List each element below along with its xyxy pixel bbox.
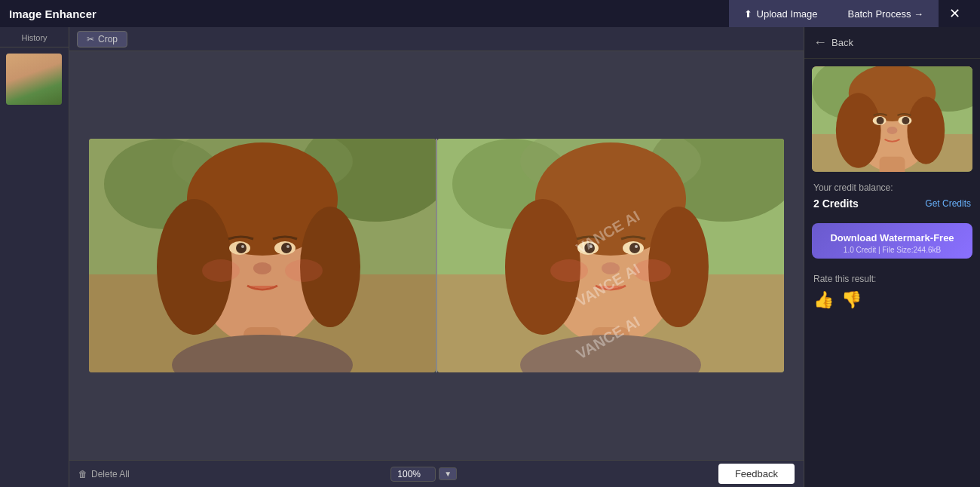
download-btn-title: Download Watermark-Free (819, 232, 965, 244)
svg-point-50 (836, 93, 881, 168)
svg-point-18 (285, 259, 323, 282)
comparison-container: VANCE AI VANCE AI VANCE AI (69, 51, 804, 460)
back-button[interactable]: ← (813, 35, 831, 51)
batch-process-button[interactable]: Batch Process → (833, 0, 939, 27)
image-toolbar: ✂ Crop (69, 27, 804, 51)
original-image-svg (89, 139, 436, 372)
result-preview-image (812, 66, 972, 172)
feedback-button[interactable]: Feedback (718, 464, 795, 484)
delete-all-button[interactable]: 🗑 Delete All (78, 469, 130, 479)
svg-point-12 (236, 243, 247, 253)
enhanced-image-svg: VANCE AI VANCE AI VANCE AI (437, 139, 784, 372)
original-image-panel (89, 139, 436, 372)
svg-point-14 (241, 245, 244, 248)
original-image (89, 139, 436, 372)
header-actions: ⬆ Upload Image Batch Process → ✕ (729, 0, 971, 27)
rate-label: Rate this result: (813, 274, 971, 284)
zoom-input[interactable] (390, 467, 436, 482)
enhanced-image: VANCE AI VANCE AI VANCE AI (437, 139, 784, 372)
history-sidebar: History (0, 27, 69, 487)
history-thumbnail (6, 54, 62, 105)
zoom-control: ▼ (390, 467, 457, 482)
svg-rect-48 (880, 157, 905, 172)
svg-point-56 (887, 127, 898, 134)
svg-point-33 (629, 243, 640, 253)
thumbs-down-icon: 👎 (841, 290, 862, 309)
svg-point-15 (286, 245, 289, 248)
svg-point-16 (253, 262, 271, 274)
download-btn-subtitle: 1.0 Credit | File Size:244.6kB (819, 246, 965, 254)
svg-point-54 (877, 117, 884, 124)
download-watermark-free-button[interactable]: Download Watermark-Free 1.0 Credit | Fil… (812, 223, 972, 259)
back-arrow-icon: ← (813, 35, 827, 51)
close-icon: ✕ (949, 5, 960, 22)
credit-label: Your credit balance: (813, 182, 971, 193)
thumbs-up-icon: 👍 (813, 290, 834, 309)
svg-point-13 (281, 243, 292, 253)
svg-point-37 (550, 259, 588, 282)
history-item[interactable] (0, 47, 69, 111)
preview-svg (812, 66, 972, 172)
thumbs-down-button[interactable]: 👎 (841, 290, 862, 310)
enhanced-image-panel: VANCE AI VANCE AI VANCE AI (437, 139, 784, 372)
back-label: Back (831, 37, 853, 48)
app-header: Image Enhancer ⬆ Upload Image Batch Proc… (0, 0, 980, 27)
get-credits-link[interactable]: Get Credits (925, 198, 971, 209)
rate-buttons: 👍 👎 (813, 290, 971, 310)
zoom-dropdown-button[interactable]: ▼ (439, 467, 457, 480)
svg-point-51 (907, 96, 945, 164)
main-canvas-area: ✂ Crop (69, 27, 804, 460)
app-title: Image Enhancer (9, 8, 96, 20)
credit-count: 2 Credits (813, 198, 859, 210)
trash-icon: 🗑 (78, 469, 87, 479)
thumbs-up-button[interactable]: 👍 (813, 290, 834, 310)
history-label: History (0, 27, 69, 47)
bottom-toolbar: 🗑 Delete All ▼ Feedback (69, 460, 804, 487)
credit-section: Your credit balance: 2 Credits Get Credi… (804, 172, 980, 216)
svg-point-17 (202, 259, 240, 282)
right-panel-header: ← Back (804, 27, 980, 59)
rate-section: Rate this result: 👍 👎 (804, 266, 980, 317)
crop-icon: ✂ (87, 34, 94, 44)
close-button[interactable]: ✕ (939, 0, 971, 27)
svg-point-55 (902, 117, 909, 124)
crop-button[interactable]: ✂ Crop (77, 31, 127, 47)
thumbnail-image (6, 54, 62, 105)
upload-icon: ⬆ (744, 8, 752, 20)
upload-image-button[interactable]: ⬆ Upload Image (729, 0, 833, 27)
right-panel: ← Back Your credit balance: 2 Credi (804, 27, 980, 487)
svg-point-35 (635, 245, 638, 248)
credit-row: 2 Credits Get Credits (813, 198, 971, 210)
